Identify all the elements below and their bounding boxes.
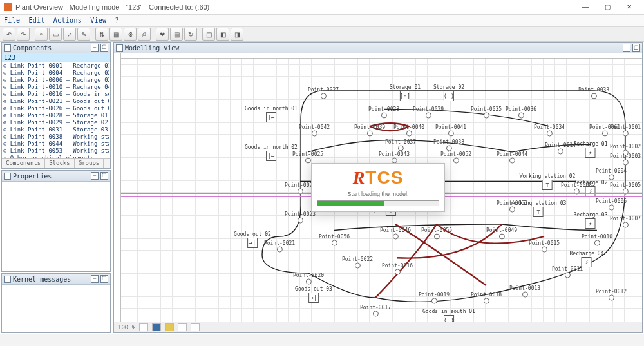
toolbar-button[interactable]: ↷ (17, 28, 30, 41)
toolbar-button[interactable]: ◫ (202, 28, 215, 41)
toolbar-button[interactable]: ↻ (184, 28, 197, 41)
toolbar-button[interactable]: ❤ (156, 28, 169, 41)
window-close-button[interactable]: ✕ (618, 0, 640, 14)
toolbar-button[interactable]: ▤ (170, 28, 183, 41)
app-icon (4, 3, 12, 11)
menu-help[interactable]: ? (115, 17, 119, 24)
toolbar-button[interactable]: ↗ (63, 28, 76, 41)
toolbar-button[interactable]: ⎙ (138, 28, 151, 41)
window-title: Plant Overview - Modelling mode - "123" … (15, 0, 574, 14)
toolbar-button[interactable]: ⇅ (95, 28, 108, 41)
toolbar-button[interactable]: ◧ (216, 28, 229, 41)
toolbar: ↶↷⌖▭↗✎⇅▦⚙⎙❤▤↻◫◧◨ (0, 27, 644, 42)
toolbar-button[interactable]: ↶ (3, 28, 15, 41)
menu-actions[interactable]: Actions (53, 17, 82, 24)
toolbar-button[interactable]: ⌖ (35, 28, 48, 41)
toolbar-button[interactable]: ◨ (231, 28, 243, 41)
menu-view[interactable]: View (90, 17, 106, 24)
menu-edit[interactable]: Edit (28, 17, 44, 24)
toolbar-button[interactable]: ▦ (109, 28, 122, 41)
menu-file[interactable]: File (4, 17, 20, 24)
window-maximize-button[interactable]: ▢ (596, 0, 618, 14)
toolbar-button[interactable]: ⚙ (124, 28, 137, 41)
toolbar-button[interactable]: ▭ (49, 28, 62, 41)
menu-bar: File Edit Actions View ? (0, 15, 644, 27)
window-minimize-button[interactable]: — (574, 0, 596, 14)
toolbar-button[interactable]: ✎ (77, 28, 90, 41)
